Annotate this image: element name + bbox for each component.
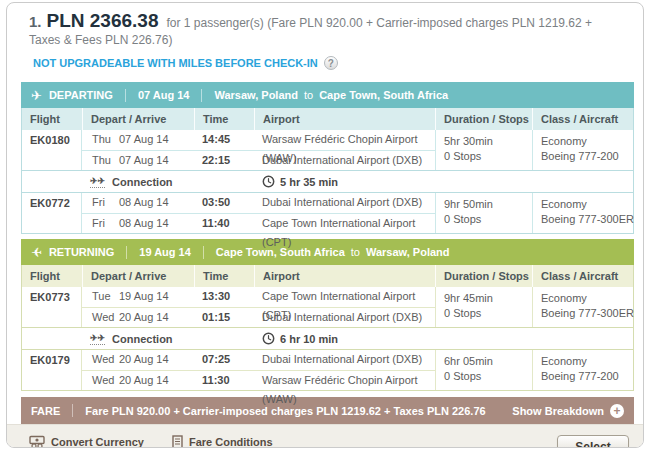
departing-plane-icon: ✈: [31, 88, 42, 103]
arrive-time: 01:15: [194, 307, 254, 327]
currency-icon: [29, 435, 45, 448]
arrive-airport: Dubai International Airport (DXB): [254, 150, 435, 170]
depart-time: 14:45: [194, 130, 254, 150]
card-footer: Convert Currency Fare Conditions Select: [7, 424, 643, 448]
itinerary-content: ✈ DEPARTING 07 Aug 14 Warsaw, Poland to …: [7, 70, 643, 424]
returning-label: RETURNING: [49, 246, 114, 258]
convert-currency-button[interactable]: Convert Currency: [29, 435, 144, 448]
total-price: PLN 2366.38: [47, 10, 159, 31]
departing-date: 07 Aug 14: [138, 89, 190, 101]
clock-icon: [262, 332, 275, 345]
connection-label: ✈✈ Connection: [82, 333, 194, 345]
duration-stops: 9hr 45min0 Stops: [435, 287, 532, 327]
returning-date: 19 Aug 14: [139, 246, 191, 258]
depart-time: 03:50: [194, 193, 254, 213]
document-icon: [172, 435, 183, 448]
duration-stops: 5hr 30min0 Stops: [435, 130, 532, 170]
select-button[interactable]: Select: [557, 435, 629, 448]
depart-airport: Dubai International Airport (DXB): [254, 193, 435, 213]
class-aircraft: EconomyBoeing 777-200: [532, 350, 635, 390]
connection-label: ✈✈ Connection: [82, 176, 194, 188]
returning-route-to: Warsaw, Poland: [366, 246, 450, 258]
route-to-word: to: [304, 89, 313, 101]
duration-stops: 6hr 05min0 Stops: [435, 350, 532, 390]
col-flight: Flight: [22, 108, 82, 130]
flight-number: EK0180: [22, 130, 82, 170]
col-duration-stops: Duration / Stops: [435, 265, 532, 287]
show-breakdown-button[interactable]: Show Breakdown +: [512, 404, 624, 418]
connection-planes-icon: ✈✈: [90, 333, 105, 345]
bar-divider: [203, 246, 204, 259]
bar-divider: [126, 246, 127, 259]
arrive-airport: Dubai International Airport (DXB): [254, 307, 435, 327]
fare-conditions-button[interactable]: Fare Conditions: [172, 435, 273, 448]
col-flight: Flight: [22, 265, 82, 287]
arrive-airport: Cape Town International Airport (CPT): [254, 213, 435, 233]
returning-bar: ✈ RETURNING 19 Aug 14 Cape Town, South A…: [21, 239, 634, 265]
flight-row: EK0772 Fri08 Aug 14 03:50 Dubai Internat…: [22, 193, 633, 233]
bar-divider: [125, 89, 126, 102]
arrive-airport: Warsaw Frédéric Chopin Airport (WAW): [254, 370, 435, 390]
plus-icon: +: [610, 404, 624, 418]
route-to-word: to: [351, 246, 360, 258]
fare-label: FARE: [31, 405, 60, 417]
arrive-time: 11:30: [194, 370, 254, 390]
depart-airport: Dubai International Airport (DXB): [254, 350, 435, 370]
option-index: 1.: [29, 13, 42, 30]
col-duration-stops: Duration / Stops: [435, 108, 532, 130]
connection-row: ✈✈ Connection 5 hr 35 min: [22, 170, 633, 193]
flight-number: EK0773: [22, 287, 82, 327]
class-aircraft: EconomyBoeing 777-200: [532, 130, 635, 170]
show-breakdown-label: Show Breakdown: [512, 405, 604, 417]
col-class-aircraft: Class / Aircraft: [532, 108, 635, 130]
depart-airport: Warsaw Frédéric Chopin Airport (WAW): [254, 130, 435, 150]
returning-table: Flight Depart / Arrive Time Airport Dura…: [21, 265, 634, 391]
bar-divider: [201, 89, 202, 102]
class-aircraft: EconomyBoeing 777-300ER: [532, 193, 635, 233]
returning-plane-icon: ✈: [31, 245, 42, 260]
col-depart-arrive: Depart / Arrive: [82, 108, 194, 130]
upgrade-notice: NOT UPGRADEABLE WITH MILES BEFORE CHECK-…: [33, 56, 643, 70]
table-header-row: Flight Depart / Arrive Time Airport Dura…: [22, 265, 633, 287]
connection-planes-icon: ✈✈: [90, 176, 105, 188]
duration-stops: 9hr 50min0 Stops: [435, 193, 532, 233]
connection-row: ✈✈ Connection 6 hr 10 min: [22, 327, 633, 350]
depart-time: 07:25: [194, 350, 254, 370]
class-aircraft: EconomyBoeing 777-300ER: [532, 287, 635, 327]
flight-row: EK0179 Wed20 Aug 14 07:25 Dubai Internat…: [22, 350, 633, 390]
departing-route-to: Cape Town, South Africa: [319, 89, 448, 101]
returning-route-from: Cape Town, South Africa: [216, 246, 345, 258]
upgrade-notice-text: NOT UPGRADEABLE WITH MILES BEFORE CHECK-…: [33, 57, 318, 69]
price-header: 1.PLN 2366.38for 1 passenger(s) (Fare PL…: [7, 3, 643, 49]
depart-day-date: Thu07 Aug 14: [82, 130, 194, 150]
connection-duration: 5 hr 35 min: [254, 175, 435, 188]
departing-label: DEPARTING: [49, 89, 113, 101]
col-time: Time: [194, 265, 254, 287]
flight-row: EK0773 Tue19 Aug 14 13:30 Cape Town Inte…: [22, 287, 633, 327]
depart-day-date: Wed20 Aug 14: [82, 350, 194, 370]
arrive-day-date: Wed20 Aug 14: [82, 370, 194, 390]
arrive-day-date: Thu07 Aug 14: [82, 150, 194, 170]
convert-currency-label: Convert Currency: [51, 436, 144, 448]
departing-route-from: Warsaw, Poland: [214, 89, 298, 101]
connection-duration: 6 hr 10 min: [254, 332, 435, 345]
depart-day-date: Fri08 Aug 14: [82, 193, 194, 213]
flight-row: EK0180 Thu07 Aug 14 14:45 Warsaw Frédéri…: [22, 130, 633, 170]
fare-conditions-label: Fare Conditions: [189, 436, 273, 448]
table-header-row: Flight Depart / Arrive Time Airport Dura…: [22, 108, 633, 130]
col-depart-arrive: Depart / Arrive: [82, 265, 194, 287]
fare-option-card: 1.PLN 2366.38for 1 passenger(s) (Fare PL…: [6, 2, 644, 448]
arrive-time: 22:15: [194, 150, 254, 170]
departing-bar: ✈ DEPARTING 07 Aug 14 Warsaw, Poland to …: [21, 82, 634, 108]
fare-summary: Fare PLN 920.00 + Carrier-imposed charge…: [85, 405, 485, 417]
bar-divider: [72, 404, 73, 417]
col-airport: Airport: [254, 108, 435, 130]
col-class-aircraft: Class / Aircraft: [532, 265, 635, 287]
arrive-time: 11:40: [194, 213, 254, 233]
col-airport: Airport: [254, 265, 435, 287]
departing-section: ✈ DEPARTING 07 Aug 14 Warsaw, Poland to …: [21, 82, 643, 234]
returning-section: ✈ RETURNING 19 Aug 14 Cape Town, South A…: [21, 239, 643, 391]
col-time: Time: [194, 108, 254, 130]
help-icon[interactable]: ?: [324, 56, 338, 70]
arrive-day-date: Fri08 Aug 14: [82, 213, 194, 233]
